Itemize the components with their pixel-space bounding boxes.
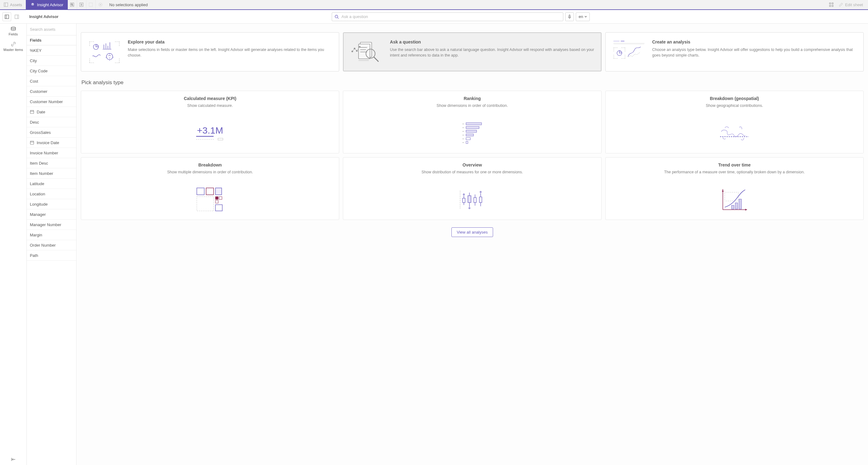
rail-master-items[interactable]: Master items <box>0 38 26 54</box>
fields-list[interactable]: %KEYCityCity CodeCostCustomerCustomer Nu… <box>27 45 76 465</box>
svg-rect-17 <box>5 15 9 19</box>
clear-selections-icon <box>96 0 105 9</box>
field-row[interactable]: GrossSales <box>27 127 76 138</box>
field-row[interactable]: Item Desc <box>27 158 76 168</box>
svg-rect-39 <box>359 44 370 59</box>
analysis-title: Breakdown <box>86 162 335 167</box>
card-title: Create an analysis <box>652 39 857 44</box>
svg-point-37 <box>106 54 113 60</box>
svg-rect-23 <box>569 14 570 17</box>
field-row[interactable]: Cost <box>27 76 76 86</box>
svg-rect-67 <box>466 138 470 140</box>
rail-fields[interactable]: Fields <box>0 24 26 38</box>
svg-rect-73 <box>197 197 214 211</box>
field-row[interactable]: Order Number <box>27 240 76 251</box>
pencil-icon <box>839 2 843 7</box>
analysis-visual <box>348 120 597 147</box>
advisor-label: Insight Advisor <box>37 2 63 7</box>
svg-point-45 <box>356 50 358 52</box>
search-box[interactable] <box>332 12 563 21</box>
view-all-analyses-button[interactable]: View all analyses <box>452 227 493 237</box>
field-row[interactable]: Invoice Number <box>27 148 76 158</box>
analysis-card-geo[interactable]: Breakdown (geospatial)Show geographical … <box>605 91 864 154</box>
field-row[interactable]: Latitude <box>27 178 76 189</box>
svg-rect-19 <box>15 15 19 19</box>
content-area: Explore your dataMake selections in fiel… <box>76 24 868 465</box>
field-row[interactable]: Invoice Date <box>27 138 76 148</box>
field-row[interactable]: Item Number <box>27 168 76 178</box>
svg-rect-94 <box>735 203 738 209</box>
field-label: Longitude <box>30 202 48 206</box>
language-label: en <box>579 14 583 19</box>
svg-rect-65 <box>466 130 476 132</box>
link-icon <box>11 42 16 46</box>
analysis-desc: Show calculated measure. <box>86 103 335 114</box>
fields-search-input[interactable] <box>30 27 73 32</box>
field-row[interactable]: Customer Number <box>27 97 76 107</box>
svg-rect-15 <box>830 5 831 6</box>
insight-advisor-button[interactable]: Insight Advisor <box>26 0 68 9</box>
field-label: Manager <box>30 212 46 217</box>
search-input[interactable] <box>341 14 561 19</box>
rail-collapse-button[interactable] <box>0 458 26 461</box>
top-card-explore[interactable]: Explore your dataMake selections in fiel… <box>81 32 339 71</box>
selections-tool-icon[interactable] <box>77 0 86 9</box>
analysis-card-treemap[interactable]: BreakdownShow multiple dimensions in ord… <box>81 157 339 220</box>
field-row[interactable]: City Code <box>27 66 76 76</box>
field-row[interactable]: Manager <box>27 209 76 220</box>
field-row[interactable]: Desc <box>27 117 76 127</box>
top-card-create[interactable]: Create an analysisChoose an analysis typ… <box>605 32 864 71</box>
field-label: Customer Number <box>30 99 63 104</box>
svg-point-21 <box>335 15 338 18</box>
svg-rect-80 <box>463 198 465 202</box>
calendar-icon <box>30 140 34 145</box>
field-row[interactable]: Path <box>27 251 76 261</box>
field-row[interactable]: Customer <box>27 86 76 97</box>
field-label: Invoice Number <box>30 151 58 155</box>
field-label: Margin <box>30 233 42 237</box>
step-back-icon <box>86 0 96 9</box>
assets-button[interactable]: Assets <box>0 0 26 9</box>
svg-rect-70 <box>197 188 204 195</box>
field-row[interactable]: %KEY <box>27 45 76 56</box>
svg-line-48 <box>374 57 379 62</box>
mic-button[interactable] <box>565 12 574 21</box>
field-row[interactable]: City <box>27 56 76 66</box>
page-title: Insight Advisor <box>24 14 58 19</box>
field-label: Location <box>30 192 45 196</box>
top-card-ask[interactable]: Ask a questionUse the search bar above t… <box>343 32 601 71</box>
analysis-title: Overview <box>348 162 597 167</box>
panel-toggle-left[interactable] <box>2 12 11 21</box>
analysis-card-ranking[interactable]: RankingShow dimensions in order of contr… <box>343 91 601 154</box>
analysis-visual <box>610 120 859 147</box>
field-label: %KEY <box>30 48 42 53</box>
svg-rect-86 <box>474 198 476 202</box>
fields-header: Fields <box>27 35 76 45</box>
panel-right-icon <box>14 14 19 19</box>
left-rail: Fields Master items <box>0 24 27 465</box>
svg-rect-31 <box>30 141 34 144</box>
language-button[interactable]: en <box>576 12 589 21</box>
edit-sheet-button: Edit sheet <box>839 2 863 7</box>
field-row[interactable]: Manager Number <box>27 220 76 230</box>
field-row[interactable]: Date <box>27 107 76 117</box>
field-row[interactable]: Margin <box>27 230 76 240</box>
analysis-desc: The performance of a measure over time, … <box>610 170 859 180</box>
svg-point-84 <box>469 207 470 209</box>
svg-rect-93 <box>732 205 734 209</box>
analysis-card-box[interactable]: OverviewShow distribution of measures fo… <box>343 157 601 220</box>
analysis-desc: Show dimensions in order of contribution… <box>348 103 597 114</box>
analysis-card-kpi[interactable]: Calculated measure (KPI)Show calculated … <box>81 91 339 154</box>
panel-toggle-right[interactable] <box>12 12 21 21</box>
card-desc: Make selections in fields or master item… <box>128 47 333 58</box>
card-title: Explore your data <box>128 39 333 44</box>
field-label: City Code <box>30 69 48 73</box>
field-row[interactable]: Longitude <box>27 199 76 209</box>
analysis-card-trend[interactable]: Trend over timeThe performance of a meas… <box>605 157 864 220</box>
bookmarks-icon[interactable] <box>829 2 834 7</box>
edit-sheet-label: Edit sheet <box>845 2 863 7</box>
section-title: Pick analysis type <box>82 79 863 86</box>
svg-point-46 <box>359 46 360 47</box>
smart-search-icon[interactable] <box>68 0 77 9</box>
field-row[interactable]: Location <box>27 189 76 199</box>
